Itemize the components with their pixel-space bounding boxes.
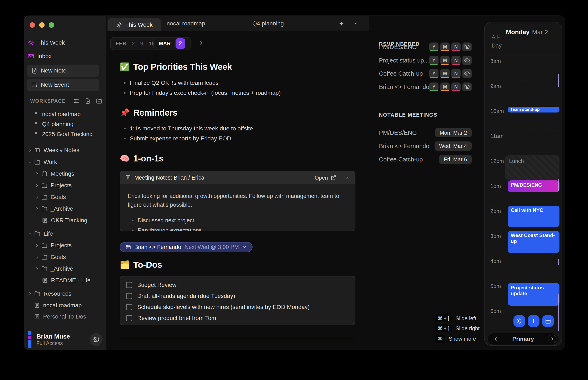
settings-button[interactable] — [90, 333, 103, 346]
sidebar-folder-archive[interactable]: _Archive — [24, 204, 107, 214]
calendar-event-team-standup[interactable]: Team stand-up — [508, 107, 559, 113]
tab-nocal-roadmap[interactable]: nocal roadmap — [167, 16, 205, 31]
meeting-date-pill[interactable]: Fri, Mar 6 — [439, 155, 472, 164]
sidebar-folder-goals-life[interactable]: Goals — [24, 252, 107, 262]
sidebar-folder-projects-life[interactable]: Projects — [24, 240, 107, 250]
pin-icon — [33, 112, 39, 117]
more-button[interactable] — [528, 315, 539, 327]
rsvp-yes-button[interactable]: Y — [429, 82, 439, 91]
chevron-down-icon[interactable] — [28, 231, 32, 236]
chevron-right-icon[interactable] — [35, 243, 39, 248]
checkbox[interactable] — [126, 282, 132, 288]
chevron-left-icon[interactable] — [493, 336, 499, 342]
sidebar-folder-work[interactable]: Work — [24, 157, 107, 167]
meeting-date-pill[interactable]: Wed, Mar 4 — [435, 141, 472, 151]
chevron-right-icon[interactable] — [28, 291, 32, 296]
sidebar-item-nocal-roadmap[interactable]: nocal roadmap — [24, 300, 107, 310]
mar-date-group[interactable]: MAR 2 — [153, 37, 191, 50]
rsvp-no-button[interactable]: N — [451, 56, 461, 65]
rsvp-yes-button[interactable]: Y — [429, 69, 439, 78]
chevron-right-icon[interactable] — [35, 255, 39, 259]
mar-selected-day[interactable]: 2 — [176, 38, 185, 49]
rsvp-no-button[interactable]: N — [451, 42, 461, 51]
calendar-event-call-with-nyc[interactable]: Call with NYC — [508, 206, 559, 227]
sidebar-item-this-week[interactable]: This Week — [24, 38, 107, 48]
list-item[interactable]: Submit expense reports by Friday EOD — [124, 134, 231, 143]
rsvp-maybe-button[interactable]: M — [440, 42, 449, 51]
rsvp-maybe-button[interactable]: M — [440, 56, 449, 65]
tab-q4-planning[interactable]: Q4 planning — [252, 16, 284, 31]
zoom-button[interactable] — [49, 22, 54, 28]
calendar-event-project-status-update[interactable]: Project status update — [508, 283, 559, 306]
rsvp-yes-button[interactable]: Y — [429, 56, 439, 65]
chevron-down-icon[interactable] — [28, 160, 32, 164]
new-note-button[interactable]: New Note — [27, 65, 99, 77]
rsvp-no-button[interactable]: N — [451, 69, 461, 78]
checkbox[interactable] — [126, 315, 132, 321]
checkbox[interactable] — [126, 304, 132, 310]
rsvp-hide-button[interactable] — [463, 56, 472, 65]
meeting-date-pill[interactable]: Mon, Mar 2 — [435, 128, 472, 137]
next-day-button[interactable] — [548, 335, 556, 343]
sliders-icon[interactable] — [73, 98, 79, 104]
chevron-right-icon[interactable] — [35, 183, 39, 188]
sidebar-item-meetings[interactable]: Meetings — [24, 169, 107, 179]
feb-day[interactable]: 9 — [140, 40, 143, 47]
sidebar-item-personal-todos[interactable]: Personal To-Dos — [24, 312, 107, 322]
calendar-event-west-coast-standup[interactable]: West Coast Stand-up — [508, 231, 559, 253]
pinned-item[interactable]: Q4 planning — [24, 119, 107, 129]
sidebar-item-label: nocal roadmap — [43, 302, 82, 309]
folder-plus-icon[interactable] — [96, 98, 102, 104]
calendar-event-lunch[interactable]: Lunch — [505, 155, 559, 180]
chevron-down-icon[interactable] — [354, 21, 359, 26]
sidebar-folder-resources[interactable]: Resources — [24, 289, 107, 299]
chevron-right-icon[interactable] — [35, 171, 39, 176]
chevron-right-icon[interactable] — [35, 207, 39, 211]
chevron-right-icon[interactable] — [198, 40, 204, 46]
close-button[interactable] — [30, 22, 35, 28]
list-item[interactable]: Finalize Q2 OKRs with team leads — [124, 79, 218, 87]
list-item[interactable]: Ran through expectations — [128, 226, 348, 231]
plus-icon[interactable] — [339, 21, 344, 26]
sidebar-item-readme-life[interactable]: README - Life — [24, 275, 107, 285]
calendar-event-pm-des-eng[interactable]: PM/DES/ENG — [508, 180, 559, 192]
user-row[interactable]: Brian Muse Full Access — [24, 329, 107, 350]
list-item[interactable]: 1:1s moved to Thursday this week due to … — [124, 124, 253, 133]
new-event-button[interactable]: New Event — [27, 79, 99, 91]
rsvp-maybe-button[interactable]: M — [440, 82, 449, 91]
list-item[interactable]: Prep for Friday's exec check-in (focus: … — [124, 89, 281, 97]
chevron-down-icon[interactable] — [242, 245, 247, 249]
file-plus-icon[interactable] — [85, 98, 90, 104]
sidebar-folder-archive-life[interactable]: _Archive — [24, 264, 107, 274]
sidebar-folder-projects[interactable]: Projects — [24, 180, 107, 190]
sidebar-folder-goals[interactable]: Goals — [24, 192, 107, 202]
sidebar-folder-life[interactable]: Life — [24, 229, 107, 239]
today-button[interactable] — [514, 315, 525, 327]
rsvp-no-button[interactable]: N — [451, 82, 461, 91]
meeting-notes-card-header[interactable]: Meeting Notes: Brian / Erica Open — [120, 171, 355, 184]
list-item[interactable]: Discussed next project — [128, 215, 348, 226]
open-note-button[interactable]: Open — [315, 175, 350, 181]
rsvp-hide-button[interactable] — [463, 69, 472, 78]
feb-day[interactable]: 2 — [132, 40, 135, 47]
chevron-right-icon[interactable] — [35, 195, 39, 199]
sidebar-item-inbox[interactable]: Inbox — [24, 51, 107, 61]
rsvp-hide-button[interactable] — [463, 82, 472, 91]
minimize-button[interactable] — [39, 22, 45, 28]
checkbox[interactable] — [126, 293, 132, 299]
pinned-item[interactable]: 2025 Goal Tracking — [24, 129, 107, 139]
event-chip-brian-fernando[interactable]: Brian <> Fernando Next Wed @ 3:00 PM — [120, 242, 252, 252]
chevron-up-icon[interactable] — [345, 175, 350, 180]
tab-this-week[interactable]: This Week — [108, 18, 161, 31]
rsvp-maybe-button[interactable]: M — [440, 69, 449, 78]
chevron-right-icon[interactable] — [28, 148, 32, 152]
sidebar-item-label: Life — [44, 230, 53, 237]
sidebar-item-weekly-notes[interactable]: Weekly Notes — [24, 145, 107, 155]
pinned-item[interactable]: nocal roadmap — [24, 109, 107, 119]
sidebar-item-okr-tracking[interactable]: OKR Tracking — [24, 215, 107, 226]
calendar-view-button[interactable] — [542, 315, 554, 327]
mail-icon — [28, 53, 34, 59]
rsvp-hide-button[interactable] — [463, 42, 472, 51]
chevron-right-icon[interactable] — [35, 266, 39, 271]
rsvp-yes-button[interactable]: Y — [429, 42, 439, 51]
